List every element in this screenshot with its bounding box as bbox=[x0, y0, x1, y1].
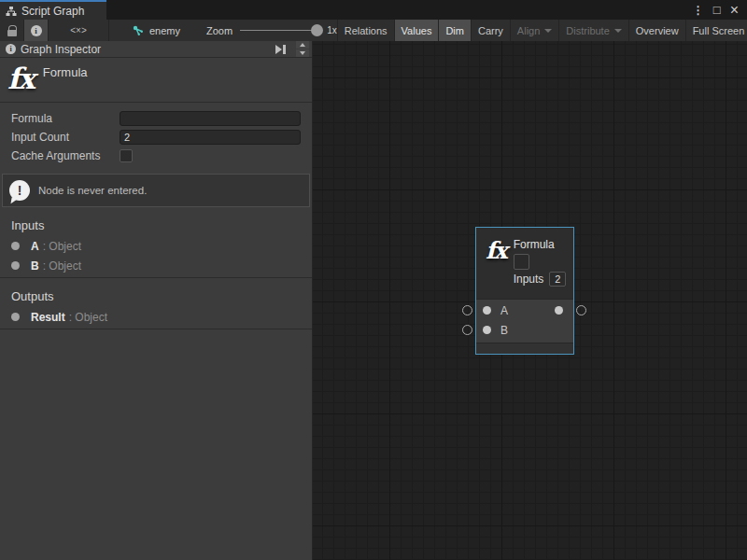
window-controls: ⋮ □ × bbox=[693, 0, 747, 20]
formula-node-header: fx Formula Inputs 2 bbox=[476, 228, 573, 299]
input-port-a[interactable] bbox=[483, 306, 491, 315]
code-icon: <×> bbox=[70, 25, 87, 35]
inspector-title: Graph Inspector bbox=[21, 43, 101, 56]
output-port-result[interactable] bbox=[555, 306, 563, 315]
window-menu-icon[interactable]: ⋮ bbox=[693, 4, 704, 17]
zoom-slider[interactable] bbox=[240, 30, 318, 31]
toolbar-button-distribute-label: Distribute bbox=[566, 25, 609, 36]
input-port-b[interactable] bbox=[483, 326, 491, 334]
formula-field-row: Formula bbox=[11, 109, 301, 128]
formula-input[interactable] bbox=[120, 111, 301, 126]
unit-title-section: fx Formula bbox=[0, 58, 312, 103]
input-name: A bbox=[31, 240, 39, 253]
toolbar-button-align[interactable]: Align bbox=[511, 20, 558, 41]
dock-icon[interactable] bbox=[275, 45, 286, 54]
toolbar-button-dim[interactable]: Dim bbox=[439, 20, 471, 41]
tab-bar: Script Graph ⋮ □ × bbox=[0, 0, 747, 20]
external-port-ring-result[interactable] bbox=[576, 305, 586, 315]
node-title: Formula bbox=[514, 238, 567, 251]
cache-arguments-checkbox[interactable] bbox=[120, 149, 133, 162]
graph-reference[interactable]: enemy bbox=[109, 20, 180, 41]
outputs-section: Outputs Result : Object bbox=[0, 278, 312, 329]
output-type: : Object bbox=[69, 311, 107, 324]
script-graph-icon bbox=[6, 6, 17, 17]
zoom-value: 1x bbox=[327, 25, 337, 35]
formula-node[interactable]: fx Formula Inputs 2 A B bbox=[475, 227, 574, 355]
input-count-field-row: Input Count bbox=[11, 128, 301, 147]
unit-title: Formula bbox=[43, 65, 88, 79]
graph-canvas[interactable]: fx Formula Inputs 2 A B bbox=[313, 41, 747, 560]
formula-field-label: Formula bbox=[11, 112, 120, 125]
window-maximize-icon[interactable]: □ bbox=[713, 3, 721, 17]
zoom-slider-handle[interactable] bbox=[311, 24, 323, 36]
lock-icon bbox=[7, 30, 17, 36]
warning-text: Node is never entered. bbox=[38, 185, 147, 196]
inspector-fields: Formula Input Count Cache Arguments bbox=[0, 103, 312, 165]
external-port-ring-a[interactable] bbox=[462, 305, 472, 315]
arrow-up-icon bbox=[300, 43, 305, 47]
inspector-header: i Graph Inspector bbox=[0, 41, 312, 58]
input-port-a-label: A bbox=[500, 304, 508, 317]
info-icon: i bbox=[31, 25, 42, 36]
dropdown-arrow-icon bbox=[544, 29, 552, 33]
formula-node-footer bbox=[476, 343, 573, 354]
zoom-label: Zoom bbox=[206, 25, 233, 36]
info-icon: i bbox=[6, 44, 16, 54]
dropdown-arrow-icon bbox=[614, 29, 622, 33]
formula-fx-icon: fx bbox=[486, 239, 506, 299]
input-count-label: Input Count bbox=[11, 131, 120, 144]
toolbar-button-carry[interactable]: Carry bbox=[472, 20, 510, 41]
graph-name: enemy bbox=[149, 25, 180, 36]
input-name: B bbox=[31, 259, 39, 273]
main-area: i Graph Inspector fx Formula Formula In bbox=[0, 41, 747, 560]
formula-fx-icon: fx bbox=[7, 63, 34, 94]
tab-label: Script Graph bbox=[21, 5, 84, 18]
toolbar-button-distribute[interactable]: Distribute bbox=[559, 20, 627, 41]
toolbar-button-align-label: Align bbox=[517, 25, 540, 36]
window: Script Graph ⋮ □ × i <×> enemy Zoom 1x bbox=[0, 0, 747, 560]
inputs-section: Inputs A : Object B : Object bbox=[0, 207, 312, 278]
code-view-button[interactable]: <×> bbox=[49, 20, 108, 41]
toolbar-buttons: Relations Values Dim Carry Align Distrib… bbox=[337, 20, 747, 41]
toolbar-button-values[interactable]: Values bbox=[395, 20, 439, 41]
input-port-b-label: B bbox=[500, 324, 508, 337]
toolbar-button-relations[interactable]: Relations bbox=[338, 20, 394, 41]
port-bullet-icon bbox=[11, 261, 20, 270]
toolbar-button-overview[interactable]: Overview bbox=[629, 20, 685, 41]
warning-box: ! Node is never entered. bbox=[2, 174, 310, 207]
lock-button[interactable] bbox=[0, 20, 23, 41]
warning-icon: ! bbox=[9, 180, 30, 201]
external-port-ring-b[interactable] bbox=[462, 325, 472, 335]
input-row-b: B : Object bbox=[11, 256, 301, 275]
window-close-icon[interactable]: × bbox=[730, 2, 739, 19]
node-inputs-label: Inputs bbox=[514, 273, 544, 286]
arrow-down-icon bbox=[300, 51, 305, 55]
zoom-control: Zoom 1x bbox=[206, 20, 337, 41]
graph-asset-icon bbox=[133, 25, 144, 36]
scrub-down-button[interactable] bbox=[296, 49, 309, 57]
node-inputs-count[interactable]: 2 bbox=[549, 272, 566, 287]
inspect-button[interactable]: i bbox=[24, 20, 48, 41]
cache-arguments-label: Cache Arguments bbox=[11, 149, 120, 162]
port-bullet-icon bbox=[11, 313, 20, 321]
input-row-a: A : Object bbox=[11, 236, 301, 256]
scrubber bbox=[296, 41, 309, 57]
output-name: Result bbox=[31, 311, 65, 324]
graph-inspector-panel: i Graph Inspector fx Formula Formula In bbox=[0, 41, 313, 560]
input-count-input[interactable] bbox=[120, 130, 301, 145]
toolbar-button-fullscreen[interactable]: Full Screen bbox=[686, 20, 747, 41]
graph-toolbar: i <×> enemy Zoom 1x Relations Values Dim bbox=[0, 20, 747, 41]
outputs-header: Outputs bbox=[11, 289, 301, 303]
formula-node-body: A B bbox=[476, 299, 573, 343]
output-row-result: Result : Object bbox=[11, 307, 301, 327]
port-bullet-icon bbox=[11, 242, 20, 250]
inputs-header: Inputs bbox=[11, 218, 301, 232]
node-formula-input[interactable] bbox=[514, 254, 529, 270]
scrub-up-button[interactable] bbox=[296, 41, 309, 49]
cache-arguments-field-row: Cache Arguments bbox=[11, 147, 301, 165]
input-type: : Object bbox=[43, 259, 81, 273]
tab-script-graph[interactable]: Script Graph bbox=[0, 0, 106, 20]
input-type: : Object bbox=[43, 240, 81, 253]
